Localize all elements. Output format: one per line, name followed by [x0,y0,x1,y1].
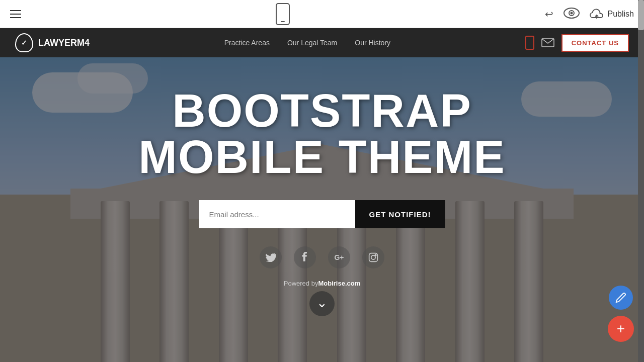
hero-title-line1: BOOTSTRAP [0,87,644,134]
twitter-icon[interactable] [260,246,282,268]
scroll-down [0,291,644,316]
scrollbar[interactable] [638,0,644,362]
fab-container: + [608,286,634,342]
scroll-down-button[interactable] [309,291,335,316]
svg-point-7 [375,254,376,256]
nav-legal-team[interactable]: Our Legal Team [287,39,337,47]
powered-site: Mobirise.com [318,280,360,287]
plus-icon: + [617,321,625,337]
contact-button[interactable]: CONTACT US [561,34,629,52]
toolbar: ↩ Publish [0,0,644,28]
hero-section: BOOTSTRAP MOBILE THEME GET NOTIFIED! G+ … [0,57,644,362]
cloud-upload-icon [590,9,604,20]
svg-point-6 [371,255,375,259]
notify-button[interactable]: GET NOTIFIED! [355,200,445,228]
brand-shield-icon [15,33,33,52]
scrollbar-thumb[interactable] [638,0,644,30]
publish-button[interactable]: Publish [590,9,634,20]
navbar-icons: CONTACT US [525,34,629,52]
hero-content: BOOTSTRAP MOBILE THEME GET NOTIFIED! G+ … [0,87,644,316]
hero-form: GET NOTIFIED! [0,200,644,228]
fab-add-button[interactable]: + [608,316,634,342]
hero-title-line2: MOBILE THEME [0,134,644,180]
nav-practice-areas[interactable]: Practice Areas [224,39,270,47]
facebook-icon[interactable] [294,246,316,268]
email-input[interactable] [199,200,355,228]
powered-by-text: Powered byMobirise.com [0,280,644,287]
nav-links: Practice Areas Our Legal Team Our Histor… [224,39,390,47]
undo-button[interactable]: ↩ [545,8,553,20]
hero-title: BOOTSTRAP MOBILE THEME [0,87,644,180]
google-plus-icon[interactable]: G+ [328,246,350,268]
svg-point-2 [570,12,573,15]
mail-icon [541,38,554,47]
instagram-icon[interactable] [362,246,384,268]
mobile-icon [525,36,534,50]
preview-button[interactable] [564,8,580,20]
pencil-icon [615,292,626,303]
hamburger-menu[interactable] [10,10,21,18]
eye-icon [564,8,580,19]
nav-history[interactable]: Our History [355,39,390,47]
fab-edit-button[interactable] [609,286,633,310]
mobile-preview-icon[interactable] [276,3,290,25]
publish-label: Publish [608,10,634,19]
site-navbar: LAWYERM4 Practice Areas Our Legal Team O… [0,28,644,57]
brand-name: LAWYERM4 [38,38,90,48]
powered-by-label: Powered by [284,280,318,287]
brand: LAWYERM4 [15,33,90,52]
social-icons: G+ [0,246,644,268]
